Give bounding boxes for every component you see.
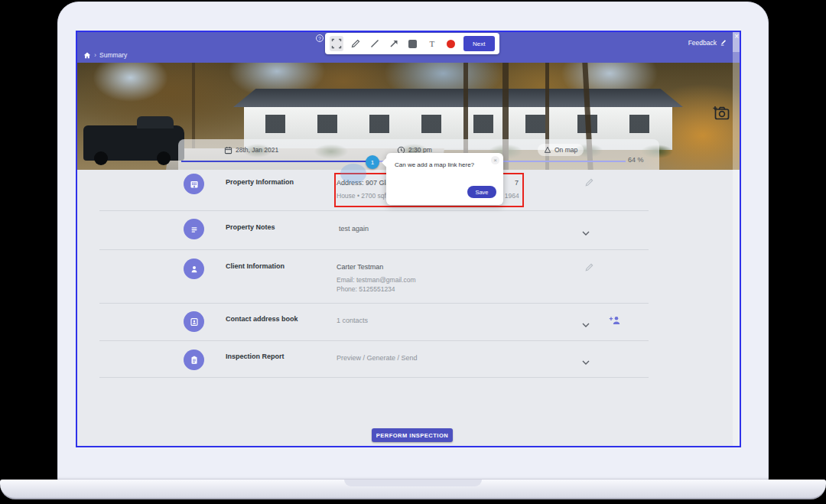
contacts-icon xyxy=(184,311,204,332)
help-icon[interactable]: ? xyxy=(316,34,324,42)
truck-illustration xyxy=(83,125,184,161)
on-map-chip[interactable]: On map xyxy=(538,144,584,156)
section-label-client-information: Client Information xyxy=(226,262,285,270)
home-icon[interactable] xyxy=(83,52,91,59)
perform-inspection-button[interactable]: PERFORM INSPECTION xyxy=(372,428,453,442)
edit-client-icon[interactable] xyxy=(584,262,594,275)
inspection-date: 28th, Jan 2021 xyxy=(236,146,278,154)
breadcrumb-separator: › xyxy=(94,51,96,59)
breadcrumb-page-label: Summary xyxy=(99,51,127,59)
comment-save-button[interactable]: Save xyxy=(467,186,496,198)
scrollbar-track[interactable] xyxy=(733,32,740,447)
breadcrumb[interactable]: › Summary xyxy=(83,51,127,59)
property-notes-value: test again xyxy=(339,225,369,232)
property-specs-fragment-right: t 1964 xyxy=(501,192,519,200)
house-windows xyxy=(265,115,651,133)
chevron-down-icon[interactable] xyxy=(582,355,590,369)
app-window: › Summary xyxy=(76,31,741,447)
edit-property-icon[interactable] xyxy=(584,177,594,190)
selection-tool-icon[interactable] xyxy=(330,36,343,51)
text-tool-icon[interactable]: T xyxy=(425,36,439,51)
row-divider xyxy=(99,210,649,211)
add-contact-icon[interactable] xyxy=(609,314,622,328)
section-label-contact-address-book: Contact address book xyxy=(226,315,298,323)
section-label-property-notes: Property Notes xyxy=(226,223,275,231)
property-specs-fragment: House • 2700 sqf xyxy=(337,192,386,200)
annotation-toolbar: T Next xyxy=(325,33,499,54)
feedback-label: Feedback xyxy=(688,39,717,47)
client-email: Email: testman@gmail.com xyxy=(337,276,416,284)
contacts-count: 1 contacts xyxy=(337,317,368,324)
row-divider xyxy=(99,303,649,304)
building-icon xyxy=(184,174,204,194)
client-name: Carter Testman xyxy=(337,263,383,271)
section-label-inspection-report: Inspection Report xyxy=(226,353,285,360)
clipboard-icon xyxy=(184,350,204,370)
progress-fill xyxy=(181,161,372,162)
map-pin-icon xyxy=(544,146,551,154)
chevron-down-icon[interactable] xyxy=(582,317,590,331)
laptop-mockup: › Summary xyxy=(0,0,826,504)
line-tool-icon[interactable] xyxy=(368,36,382,51)
calendar-icon xyxy=(224,146,233,154)
ellipse-tool-icon[interactable] xyxy=(444,36,458,51)
row-divider xyxy=(99,377,649,378)
row-divider xyxy=(99,340,649,341)
laptop-notch xyxy=(344,480,482,486)
rectangle-tool-icon[interactable] xyxy=(406,36,420,51)
report-actions: Preview / Generate / Send xyxy=(337,354,418,362)
comment-dismiss-icon[interactable]: × xyxy=(491,156,499,164)
pencil-tool-icon[interactable] xyxy=(349,36,363,51)
progress-percent-label: 64 % xyxy=(628,156,644,164)
feedback-pen-icon xyxy=(719,37,727,47)
client-phone: Phone: 5125551234 xyxy=(337,285,395,293)
comment-marker-halo xyxy=(340,164,366,184)
laptop-base xyxy=(0,480,826,499)
add-photo-camera-icon[interactable] xyxy=(711,104,732,122)
close-icon[interactable]: × xyxy=(734,32,739,41)
property-address-fragment-right: 7 xyxy=(515,179,519,187)
row-divider xyxy=(99,249,649,250)
feedback-link[interactable]: Feedback xyxy=(688,37,727,47)
section-label-property-information: Property Information xyxy=(226,178,294,186)
comment-text: Can we add a map link here? xyxy=(395,161,486,168)
inspection-date-chip[interactable]: 28th, Jan 2021 xyxy=(224,144,278,156)
house-roof xyxy=(233,89,683,107)
on-map-label: On map xyxy=(554,146,577,154)
notes-icon xyxy=(184,219,204,239)
chevron-down-icon[interactable] xyxy=(582,226,590,239)
comment-marker-1[interactable]: 1 xyxy=(366,155,379,169)
person-icon xyxy=(184,259,204,279)
comment-popup: Can we add a map link here? × Save xyxy=(386,153,503,205)
arrow-tool-icon[interactable] xyxy=(387,36,401,51)
next-button[interactable]: Next xyxy=(463,36,495,51)
